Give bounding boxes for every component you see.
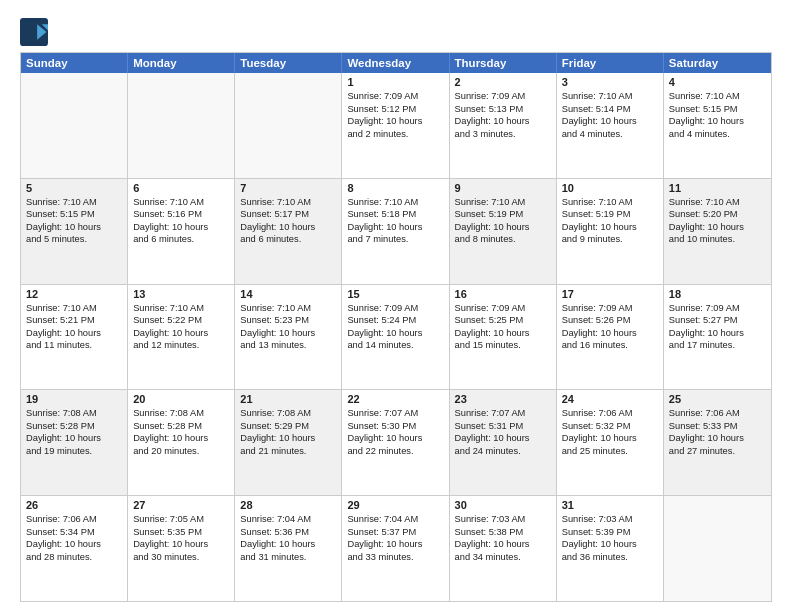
cell-info-line: and 31 minutes. — [240, 551, 336, 564]
day-cell-16: 16Sunrise: 7:09 AMSunset: 5:25 PMDayligh… — [450, 285, 557, 390]
day-cell-23: 23Sunrise: 7:07 AMSunset: 5:31 PMDayligh… — [450, 390, 557, 495]
cell-info-line: Sunset: 5:19 PM — [455, 208, 551, 221]
cell-info-line: Daylight: 10 hours — [562, 327, 658, 340]
cell-info-line: and 7 minutes. — [347, 233, 443, 246]
day-cell-5: 5Sunrise: 7:10 AMSunset: 5:15 PMDaylight… — [21, 179, 128, 284]
cell-info-line: and 14 minutes. — [347, 339, 443, 352]
cell-info-line: Sunrise: 7:10 AM — [455, 196, 551, 209]
calendar-row-1: 1Sunrise: 7:09 AMSunset: 5:12 PMDaylight… — [21, 73, 771, 179]
day-number: 13 — [133, 288, 229, 300]
cell-info-line: Sunrise: 7:04 AM — [240, 513, 336, 526]
cell-info-line: Sunrise: 7:10 AM — [133, 196, 229, 209]
cell-info-line: Sunset: 5:34 PM — [26, 526, 122, 539]
cell-info-line: Daylight: 10 hours — [26, 432, 122, 445]
cell-info-line: Sunrise: 7:03 AM — [455, 513, 551, 526]
day-number: 1 — [347, 76, 443, 88]
cell-info-line: and 6 minutes. — [240, 233, 336, 246]
day-cell-11: 11Sunrise: 7:10 AMSunset: 5:20 PMDayligh… — [664, 179, 771, 284]
cell-info-line: Daylight: 10 hours — [26, 327, 122, 340]
day-cell-12: 12Sunrise: 7:10 AMSunset: 5:21 PMDayligh… — [21, 285, 128, 390]
cell-info-line: Sunset: 5:22 PM — [133, 314, 229, 327]
cell-info-line: Daylight: 10 hours — [347, 115, 443, 128]
cell-info-line: and 13 minutes. — [240, 339, 336, 352]
cell-info-line: and 16 minutes. — [562, 339, 658, 352]
cell-info-line: Sunrise: 7:10 AM — [562, 196, 658, 209]
cell-info-line: Daylight: 10 hours — [26, 538, 122, 551]
day-cell-26: 26Sunrise: 7:06 AMSunset: 5:34 PMDayligh… — [21, 496, 128, 601]
cell-info-line: Sunrise: 7:09 AM — [455, 302, 551, 315]
day-number: 25 — [669, 393, 766, 405]
cell-info-line: and 34 minutes. — [455, 551, 551, 564]
day-cell-4: 4Sunrise: 7:10 AMSunset: 5:15 PMDaylight… — [664, 73, 771, 178]
cell-info-line: Sunset: 5:24 PM — [347, 314, 443, 327]
cell-info-line: Sunrise: 7:06 AM — [26, 513, 122, 526]
cell-info-line: Daylight: 10 hours — [133, 432, 229, 445]
day-cell-20: 20Sunrise: 7:08 AMSunset: 5:28 PMDayligh… — [128, 390, 235, 495]
calendar-row-4: 19Sunrise: 7:08 AMSunset: 5:28 PMDayligh… — [21, 390, 771, 496]
cell-info-line: Daylight: 10 hours — [455, 538, 551, 551]
day-cell-15: 15Sunrise: 7:09 AMSunset: 5:24 PMDayligh… — [342, 285, 449, 390]
cell-info-line: and 17 minutes. — [669, 339, 766, 352]
cell-info-line: Daylight: 10 hours — [240, 327, 336, 340]
day-number: 20 — [133, 393, 229, 405]
cell-info-line: Daylight: 10 hours — [562, 538, 658, 551]
cell-info-line: Daylight: 10 hours — [455, 432, 551, 445]
cell-info-line: Sunset: 5:28 PM — [26, 420, 122, 433]
day-cell-25: 25Sunrise: 7:06 AMSunset: 5:33 PMDayligh… — [664, 390, 771, 495]
day-number: 9 — [455, 182, 551, 194]
day-number: 30 — [455, 499, 551, 511]
cell-info-line: Sunset: 5:17 PM — [240, 208, 336, 221]
cell-info-line: Sunset: 5:27 PM — [669, 314, 766, 327]
day-number: 26 — [26, 499, 122, 511]
cell-info-line: and 25 minutes. — [562, 445, 658, 458]
calendar-body: 1Sunrise: 7:09 AMSunset: 5:12 PMDaylight… — [21, 73, 771, 601]
cell-info-line: Daylight: 10 hours — [133, 221, 229, 234]
header — [20, 18, 772, 46]
cell-info-line: Sunrise: 7:09 AM — [347, 302, 443, 315]
day-number: 15 — [347, 288, 443, 300]
cell-info-line: and 30 minutes. — [133, 551, 229, 564]
cell-info-line: Sunset: 5:18 PM — [347, 208, 443, 221]
day-number: 10 — [562, 182, 658, 194]
day-cell-21: 21Sunrise: 7:08 AMSunset: 5:29 PMDayligh… — [235, 390, 342, 495]
cell-info-line: and 28 minutes. — [26, 551, 122, 564]
day-number: 11 — [669, 182, 766, 194]
day-number: 3 — [562, 76, 658, 88]
header-day-wednesday: Wednesday — [342, 53, 449, 73]
cell-info-line: Sunrise: 7:10 AM — [26, 302, 122, 315]
calendar-row-3: 12Sunrise: 7:10 AMSunset: 5:21 PMDayligh… — [21, 285, 771, 391]
calendar-row-2: 5Sunrise: 7:10 AMSunset: 5:15 PMDaylight… — [21, 179, 771, 285]
cell-info-line: Sunrise: 7:07 AM — [455, 407, 551, 420]
cell-info-line: and 4 minutes. — [669, 128, 766, 141]
cell-info-line: Daylight: 10 hours — [347, 538, 443, 551]
cell-info-line: Daylight: 10 hours — [347, 221, 443, 234]
cell-info-line: and 8 minutes. — [455, 233, 551, 246]
day-cell-9: 9Sunrise: 7:10 AMSunset: 5:19 PMDaylight… — [450, 179, 557, 284]
cell-info-line: and 33 minutes. — [347, 551, 443, 564]
cell-info-line: Sunrise: 7:10 AM — [240, 196, 336, 209]
day-cell-6: 6Sunrise: 7:10 AMSunset: 5:16 PMDaylight… — [128, 179, 235, 284]
empty-cell — [664, 496, 771, 601]
cell-info-line: Sunset: 5:20 PM — [669, 208, 766, 221]
cell-info-line: Daylight: 10 hours — [347, 327, 443, 340]
day-number: 14 — [240, 288, 336, 300]
cell-info-line: Daylight: 10 hours — [669, 327, 766, 340]
cell-info-line: Daylight: 10 hours — [347, 432, 443, 445]
day-number: 6 — [133, 182, 229, 194]
header-day-tuesday: Tuesday — [235, 53, 342, 73]
day-number: 7 — [240, 182, 336, 194]
cell-info-line: Sunset: 5:26 PM — [562, 314, 658, 327]
cell-info-line: and 36 minutes. — [562, 551, 658, 564]
cell-info-line: Sunset: 5:30 PM — [347, 420, 443, 433]
cell-info-line: Daylight: 10 hours — [562, 432, 658, 445]
cell-info-line: Sunset: 5:29 PM — [240, 420, 336, 433]
cell-info-line: Sunrise: 7:04 AM — [347, 513, 443, 526]
cell-info-line: Sunrise: 7:09 AM — [562, 302, 658, 315]
cell-info-line: Sunset: 5:14 PM — [562, 103, 658, 116]
cell-info-line: Sunrise: 7:08 AM — [133, 407, 229, 420]
day-number: 29 — [347, 499, 443, 511]
day-number: 31 — [562, 499, 658, 511]
header-day-friday: Friday — [557, 53, 664, 73]
header-day-sunday: Sunday — [21, 53, 128, 73]
calendar-header: SundayMondayTuesdayWednesdayThursdayFrid… — [21, 53, 771, 73]
